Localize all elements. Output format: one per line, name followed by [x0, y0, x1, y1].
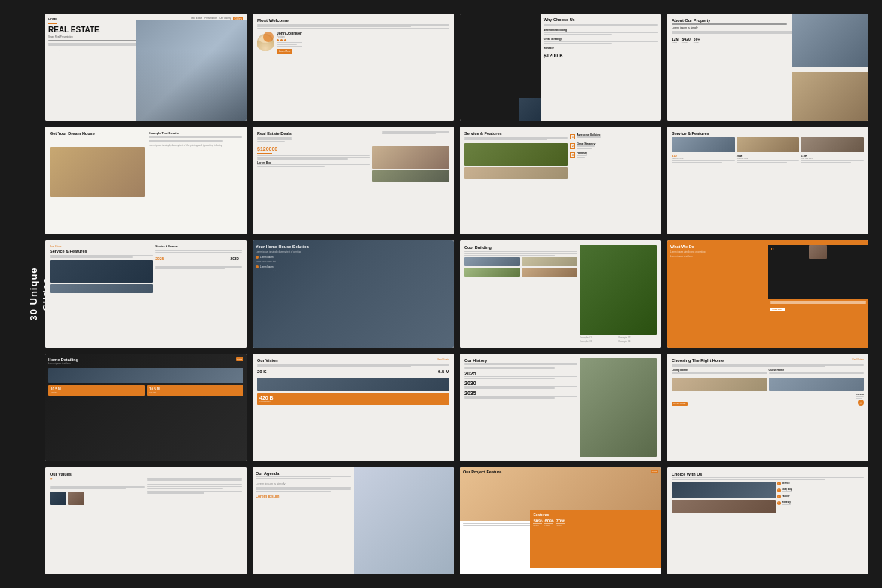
slide14-title: Our Vision [257, 358, 278, 363]
slide2-person-info: John Johnson Position Learn More [277, 31, 302, 54]
slide2-name: John Johnson [277, 31, 302, 35]
slide13-badge: lorem [236, 357, 243, 361]
slide2-profile: John Johnson Position Learn More [257, 31, 449, 54]
slide-14: Our Vision Real Estate 20 K Lorem 0.5 M … [253, 354, 454, 461]
slide6-price: $120000 [257, 146, 370, 152]
slide16-title: Choosing The Right Home [672, 358, 724, 363]
slide-1: HOME Real Estate Presentation Our Galler… [45, 14, 247, 121]
slide1-logo: HOME [48, 17, 57, 21]
slide16-btn[interactable]: LEARN MORE [672, 402, 688, 406]
slide2-orange-circle [263, 32, 274, 42]
slide2-btn[interactable]: Learn More [277, 49, 292, 54]
slide5-text: Lorem ipsum is simply dummy text of the … [149, 144, 242, 148]
slide-18: Our Agenda Lorem ipsum is simply Lorem I… [253, 467, 454, 574]
slide-6: Real Estate Deals $120000 Lorem [253, 127, 454, 234]
slide5-title: Get Your Dream House [50, 131, 145, 136]
slide-4: About Our Property Lorem ipsum is simply… [667, 14, 868, 121]
slide-8: Service & Features $10 Sub Title here 20… [667, 127, 868, 234]
slide3-price: $1200 K [544, 53, 658, 58]
slide15-title: Our History [464, 358, 577, 363]
slide-15: Our History 2025 2030 2035 [460, 354, 661, 461]
slide5-subtitle: Example Text Details [149, 131, 242, 135]
slide18-title: Our Agenda [256, 471, 351, 476]
slide-20: Choice With Us ✦ Service [667, 467, 868, 574]
slide-3: Why Choose Us Awesome Building Great Str… [460, 14, 661, 121]
slide12-btn[interactable]: Know More [770, 308, 785, 311]
slide19-badge: lorem [651, 470, 658, 473]
slide3-title: Why Choose Us [544, 17, 658, 22]
slide10-title: Your Home House Solution [256, 244, 451, 249]
slide2-role: Position [277, 35, 302, 38]
slide-19: Features 50% Lorem 60% Lorem [460, 467, 661, 574]
slide-17: Our Values " [45, 467, 247, 574]
slide1-house-image [136, 20, 247, 121]
slide-13: Home Detailing lorem Lorem ipsum text he… [45, 354, 247, 461]
slide9-badge: Real Estate [50, 245, 153, 248]
slide18-subtitle: Lorem Ipsum [256, 494, 351, 498]
slide16-badge: Real Estate [852, 358, 864, 361]
slide-7: Service & Features 1 Awesome Building [460, 127, 661, 234]
slide4-bottom-img [792, 72, 868, 121]
slide7-title: Service & Features [464, 131, 568, 136]
slide9-title: Service & Features [50, 249, 153, 253]
slide20-title: Choice With Us [672, 472, 864, 476]
slide-9: Real Estate Service & Features Service &… [45, 240, 247, 348]
slide3-content: Why Choose Us Awesome Building Great Str… [541, 14, 661, 121]
slide11-title: Cool Building [464, 245, 577, 250]
slide-12: What We Do Lorem ipsum simply text of pr… [667, 240, 868, 348]
slide17-title: Our Values [50, 472, 242, 476]
grid-container: HOME Real Estate Presentation Our Galler… [45, 14, 868, 574]
slide-11: Cool Building Example 01Example 02 Examp… [460, 240, 661, 348]
slide-5: Get Your Dream House Example Text Detail… [45, 127, 247, 234]
slide7-numbered-items: 1 Awesome Building 2 Great Strategy [570, 133, 657, 158]
slide15-year1: 2025 [464, 371, 577, 379]
slide3-dark-panel [460, 14, 541, 121]
slide19-title: Our Project Feature [463, 470, 501, 474]
slide19-features-title: Features [533, 513, 658, 517]
side-label-text: 30 Unique [28, 267, 39, 320]
slide2-title: Most Welcome [257, 18, 449, 23]
slide-10: Your Home House Solution Lorem ipsum is … [253, 240, 454, 348]
slide15-year2: 2030 [464, 381, 577, 389]
slide8-title: Service & Features [672, 131, 864, 136]
slide15-year3: 2035 [464, 390, 577, 399]
slide14-badge: Real Estate [437, 358, 449, 361]
slide6-title: Real Estate Deals [257, 131, 292, 136]
slide3-features: Awesome Building Great Strategy Honesty [544, 24, 658, 51]
slide-2: Most Welcome John Johnson Position [253, 14, 454, 121]
slide-16: Choosing The Right Home Real Estate Livi… [667, 354, 868, 461]
slide4-house-img [792, 14, 868, 67]
